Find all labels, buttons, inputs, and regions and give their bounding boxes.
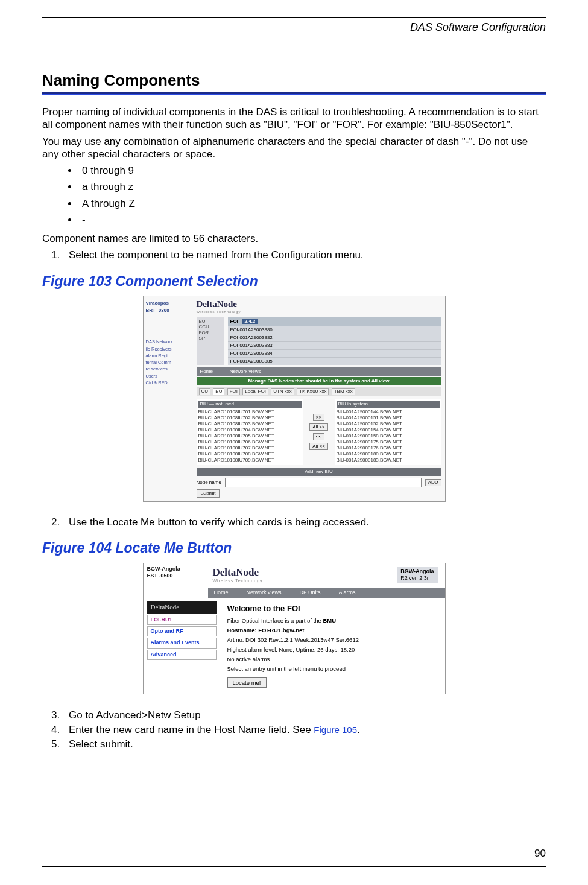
- host-badge: BGW-Angola R2 ver. 2.3i: [397, 567, 437, 583]
- list-item[interactable]: BIU-CLARO10108IU707.BGW.NET: [198, 445, 302, 451]
- nav-item-advanced[interactable]: Advanced: [147, 650, 217, 660]
- step-item: Select the component to be named from th…: [63, 249, 546, 261]
- tab-selected[interactable]: BU: [213, 388, 224, 395]
- sidebar-brand: DeltaNode: [147, 601, 217, 614]
- menu-item[interactable]: Alarms: [339, 589, 356, 596]
- menu-item[interactable]: RF Units: [300, 589, 321, 596]
- menu-item[interactable]: Home: [200, 369, 213, 375]
- list-item[interactable]: BIU-CLARO10108IU705.BGW.NET: [198, 433, 302, 439]
- list-item: a through z: [78, 180, 546, 193]
- info-line: Highest alarm level: None, Uptime: 26 da…: [227, 646, 438, 653]
- foi-row[interactable]: FOI-001A29003883: [228, 341, 441, 349]
- allowed-chars-list: 0 through 9 a through z A through Z -: [42, 164, 546, 226]
- green-banner: Manage DAS Nodes that should be in the s…: [197, 377, 441, 385]
- steps-list-c: Go to Advanced>Netw Setup Enter the new …: [42, 709, 546, 751]
- locate-me-button[interactable]: Locate me!: [227, 677, 267, 688]
- list-not-used[interactable]: BIU — not used BIU-CLARO10108IU701.BGW.N…: [197, 399, 303, 465]
- list-item[interactable]: BIU-001A29000158.BGW.NET: [337, 433, 440, 439]
- figure-105-link[interactable]: Figure 105: [314, 725, 357, 735]
- figure-103-screenshot: Viracopos BRT -0300 DAS Network ile Rece…: [143, 296, 446, 501]
- list-item[interactable]: BIU-CLARO10108IU703.BGW.NET: [198, 421, 302, 427]
- info-line: Fiber Optical Interface is a part of the…: [227, 617, 438, 624]
- submit-button[interactable]: Submit: [197, 489, 220, 498]
- page-number: 90: [534, 847, 546, 860]
- intro-paragraph-1: Proper naming of individual components i…: [42, 106, 546, 132]
- node-name-label: Node name: [197, 480, 221, 486]
- info-line: No active alarms: [227, 656, 438, 663]
- node-name-input[interactable]: [225, 478, 422, 487]
- list-item: 0 through 9: [78, 164, 546, 177]
- header-rule: [42, 17, 546, 18]
- sidenav-item[interactable]: ile Receivers: [146, 346, 189, 352]
- move-all-right-button[interactable]: All >>: [309, 423, 327, 431]
- list-item[interactable]: BIU-001A29000176.BGW.NET: [337, 445, 440, 451]
- list-item[interactable]: BIU-CLARO10108IU702.BGW.NET: [198, 415, 302, 421]
- list-in-system[interactable]: BIU in system BIU-001A29000144.BGW.NET B…: [335, 399, 441, 465]
- header-title: DAS Software Configuration: [42, 21, 546, 34]
- brand-logo: DeltaNode: [197, 299, 441, 310]
- add-new-header: Add new BIU: [197, 468, 441, 476]
- menu-item[interactable]: Network views: [247, 589, 282, 596]
- steps-list-a: Select the component to be named from th…: [42, 249, 546, 261]
- menu-item[interactable]: Home: [214, 589, 229, 596]
- figure-104-caption: Figure 104 Locate Me Button: [42, 539, 546, 557]
- list-item[interactable]: BIU-CLARO10108IU706.BGW.NET: [198, 439, 302, 445]
- sidenav-item[interactable]: Ctrl & RFD: [146, 379, 189, 386]
- tab[interactable]: UTN xxx: [271, 388, 294, 395]
- host-loc: BGW-Angola: [147, 566, 204, 573]
- list-item[interactable]: BIU-001A29000144.BGW.NET: [337, 409, 440, 415]
- list-item[interactable]: BIU-001A29000175.BGW.NET: [337, 439, 440, 445]
- list-item: -: [78, 214, 546, 226]
- list-item[interactable]: BIU-CLARO10108IU709.BGW.NET: [198, 457, 302, 463]
- step-item: Use the Locate Me button to verify which…: [63, 516, 546, 528]
- nav-item-alarms[interactable]: Alarms and Events: [147, 638, 217, 648]
- foi-row[interactable]: FOI-001A29003885: [228, 357, 441, 365]
- sidenav-item[interactable]: re services: [146, 366, 189, 372]
- foi-row[interactable]: FOI-001A29003884: [228, 349, 441, 357]
- foi-row[interactable]: FOI-001A29003880: [228, 326, 441, 334]
- menu-item[interactable]: Network views: [230, 369, 261, 375]
- add-button[interactable]: ADD: [425, 479, 441, 486]
- module-label: SPI: [199, 335, 222, 341]
- list-item[interactable]: BIU-CLARO10108IU701.BGW.NET: [198, 409, 302, 415]
- list-header: BIU — not used: [198, 401, 302, 408]
- sidenav-item[interactable]: alarm Regi: [146, 352, 189, 359]
- list-item[interactable]: BIU-001A29000152.BGW.NET: [337, 421, 440, 427]
- nav-item-foi[interactable]: FOI-RU1: [147, 615, 217, 625]
- move-right-button[interactable]: >>: [313, 414, 324, 421]
- move-left-button[interactable]: <<: [313, 433, 324, 440]
- list-item[interactable]: BIU-001A29000151.BGW.NET: [337, 415, 440, 421]
- list-item[interactable]: BIU-001A29000154.BGW.NET: [337, 427, 440, 433]
- tab[interactable]: FOI: [227, 388, 240, 395]
- module-label: FOR: [199, 330, 222, 336]
- footer-rule: [42, 866, 546, 867]
- move-all-left-button[interactable]: All <<: [309, 443, 327, 450]
- nav-item-opto[interactable]: Opto and RF: [147, 626, 217, 636]
- limit-line: Component names are limited to 56 charac…: [42, 232, 546, 245]
- info-line: Select an entry unit in the left menu to…: [227, 665, 438, 673]
- tab[interactable]: TK K500 xxx: [297, 388, 329, 395]
- module-label: CCU: [199, 324, 222, 330]
- tab[interactable]: TBM xxx: [332, 388, 355, 395]
- sidenav-item[interactable]: temal Comm: [146, 359, 189, 366]
- list-item[interactable]: BIU-001A29000180.BGW.NET: [337, 451, 440, 457]
- step-text: Enter the new card name in the Host Name…: [69, 724, 314, 735]
- info-line: Hostname: FOI-RU1.bgw.net: [227, 627, 438, 634]
- list-item[interactable]: BIU-CLARO10108IU704.BGW.NET: [198, 427, 302, 433]
- figure-103-caption: Figure 103 Component Selection: [42, 273, 546, 290]
- tab[interactable]: CU: [199, 388, 211, 395]
- list-item[interactable]: BIU-CLARO10108IU708.BGW.NET: [198, 451, 302, 457]
- tab[interactable]: Local FOI: [242, 388, 268, 395]
- section-heading: Naming Components: [42, 71, 546, 90]
- foi-version: 2.4.2: [242, 319, 258, 324]
- list-item[interactable]: BIU-001A29000183.BGW.NET: [337, 457, 440, 463]
- section-underline: [42, 92, 546, 95]
- intro-paragraph-2: You may use any combination of alphanume…: [42, 135, 546, 161]
- sidenav-item[interactable]: DAS Network: [146, 338, 189, 345]
- foi-row[interactable]: FOI-001A29003882: [228, 334, 441, 341]
- sidenav-item[interactable]: Users: [146, 373, 189, 379]
- host-badge-ver: R2 ver. 2.3i: [400, 575, 434, 582]
- tz-label: BRT -0300: [146, 307, 189, 314]
- info-line: Art no: DOI 302 Rev:1.2.1 Week:2013w47 S…: [227, 636, 438, 644]
- brand-subtitle: Wireless Technology: [197, 310, 441, 315]
